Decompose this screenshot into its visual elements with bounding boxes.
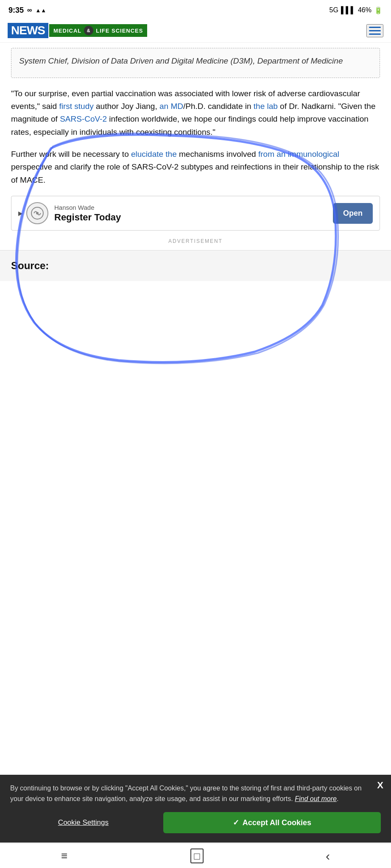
ad-logo-circle bbox=[26, 202, 48, 224]
ad-label: ADVERTISEMENT bbox=[11, 238, 380, 244]
subtitle-card: System Chief, Division of Data Driven an… bbox=[11, 48, 380, 78]
quote-paragraph: "To our surprise, even partial vaccinati… bbox=[11, 87, 380, 139]
hamburger-line-2 bbox=[369, 30, 381, 31]
ad-text-area: Hanson Wade Register Today bbox=[54, 204, 327, 223]
ad-logo-svg bbox=[30, 206, 45, 221]
cookie-close-button[interactable]: X bbox=[377, 781, 383, 790]
hamburger-menu-button[interactable] bbox=[366, 24, 383, 37]
ampersand-icon: & bbox=[84, 26, 93, 35]
accept-label: Accept All Cookies bbox=[243, 818, 311, 827]
the-lab-link[interactable]: the lab bbox=[254, 102, 278, 111]
home-icon: □ bbox=[190, 849, 204, 863]
hamburger-line-1 bbox=[369, 27, 381, 28]
quote-slash: /Ph.D. candidate in bbox=[183, 102, 254, 111]
status-bar: 9:35 ∞ ▲▲ 5G ▌▌▌ 46% 🔋 bbox=[0, 0, 391, 19]
ad-title-text: Register Today bbox=[54, 212, 327, 223]
battery-icon: 🔋 bbox=[374, 6, 383, 14]
further-text-mid: mechanisms involved bbox=[177, 150, 258, 159]
logo-medical-text: MEDICAL bbox=[53, 28, 81, 34]
quote-text-mid: author Joy Jiang, bbox=[94, 102, 159, 111]
hamburger-line-3 bbox=[369, 33, 381, 35]
an-md-link[interactable]: an MD bbox=[159, 102, 183, 111]
battery-label: 46% bbox=[358, 6, 371, 14]
bottom-nav-bar: ≡ □ ‹ bbox=[0, 843, 391, 868]
immunological-link[interactable]: from an immunological bbox=[258, 150, 339, 159]
logo-sciences-text: LIFE SCIENCES bbox=[96, 28, 143, 34]
back-icon: ‹ bbox=[326, 849, 330, 863]
further-work-paragraph: Further work will be necessary to elucid… bbox=[11, 148, 380, 186]
cookie-buttons: Cookie Settings ✓ Accept All Cookies bbox=[10, 812, 381, 833]
further-text-start: Further work will be necessary to bbox=[11, 150, 131, 159]
network-label: 5G bbox=[330, 6, 338, 14]
checkmark-icon: ✓ bbox=[233, 818, 239, 827]
logo-badge: MEDICAL & LIFE SCIENCES bbox=[49, 24, 147, 37]
voicemail-icon: ∞ bbox=[27, 6, 32, 14]
status-left: 9:35 ∞ ▲▲ bbox=[8, 6, 46, 15]
ad-company-name: Hanson Wade bbox=[54, 204, 327, 211]
bottom-back-button[interactable]: ‹ bbox=[317, 846, 338, 867]
cookie-banner: X By continuing to browse or by clicking… bbox=[0, 775, 391, 843]
subtitle-text: System Chief, Division of Data Driven an… bbox=[19, 55, 372, 67]
source-title: Source: bbox=[11, 260, 380, 272]
logo-container[interactable]: NEWS MEDICAL & LIFE SCIENCES bbox=[8, 23, 147, 38]
ad-banner: ▶ Hanson Wade Register Today Open bbox=[11, 196, 380, 231]
cookie-accept-button[interactable]: ✓ Accept All Cookies bbox=[163, 812, 381, 833]
cookie-text: By continuing to browse or by clicking "… bbox=[10, 783, 381, 804]
nav-bar: NEWS MEDICAL & LIFE SCIENCES bbox=[0, 19, 391, 43]
bottom-home-button[interactable]: □ bbox=[182, 847, 212, 865]
elucidate-link[interactable]: elucidate the bbox=[131, 150, 177, 159]
ad-open-button[interactable]: Open bbox=[333, 203, 373, 224]
cookie-settings-button[interactable]: Cookie Settings bbox=[10, 814, 156, 831]
find-out-more-link[interactable]: Find out more bbox=[295, 795, 337, 802]
source-section: Source: bbox=[0, 250, 391, 281]
signal-icon: ▌▌▌ bbox=[341, 6, 355, 14]
further-text-end: perspective and clarify the role of SARS… bbox=[11, 162, 379, 184]
ad-icon-area: ▶ bbox=[18, 202, 48, 224]
logo-news: NEWS bbox=[8, 23, 48, 38]
time-display: 9:35 bbox=[8, 6, 24, 15]
nav-arrows-icon: ▲▲ bbox=[35, 7, 46, 14]
menu-icon: ≡ bbox=[61, 849, 68, 862]
article-content: System Chief, Division of Data Driven an… bbox=[0, 48, 391, 281]
status-right: 5G ▌▌▌ 46% 🔋 bbox=[330, 6, 383, 14]
cookie-period: . bbox=[337, 795, 338, 802]
sars-cov2-link-1[interactable]: SARS-CoV-2 bbox=[60, 114, 107, 123]
ad-play-icon: ▶ bbox=[18, 210, 23, 217]
bottom-menu-button[interactable]: ≡ bbox=[53, 846, 77, 866]
first-study-link[interactable]: first study bbox=[59, 102, 93, 111]
svg-point-1 bbox=[36, 212, 39, 214]
